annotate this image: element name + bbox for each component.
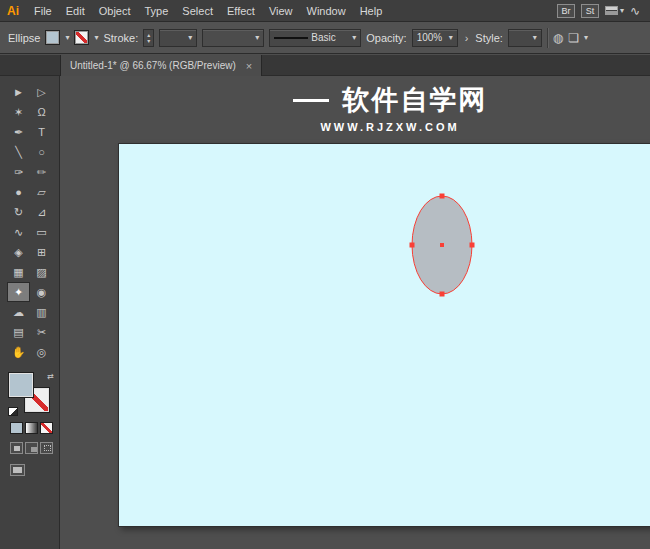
hand-tool[interactable]: ✋	[7, 342, 30, 362]
artboard[interactable]	[118, 143, 650, 527]
gradient-tool[interactable]: ▨	[30, 262, 53, 282]
document-tab[interactable]: Untitled-1* @ 66.67% (RGB/Preview) ×	[60, 55, 262, 76]
gradient-button[interactable]	[25, 422, 38, 434]
menu-object[interactable]: Object	[92, 0, 138, 22]
opacity-value: 100%	[417, 32, 443, 43]
scale-tool[interactable]: ⊿	[30, 202, 53, 222]
selection-tool[interactable]: ►	[7, 82, 30, 102]
zoom-tool[interactable]: ◎	[30, 342, 53, 362]
menu-view[interactable]: View	[262, 0, 300, 22]
opacity-panel-button[interactable]: ›	[463, 32, 471, 44]
opacity-select[interactable]: 100% ▾	[412, 29, 458, 47]
panel-layout-icon	[605, 6, 618, 15]
artboard-tool[interactable]: ▤	[7, 322, 30, 342]
style-select[interactable]: ▾	[508, 29, 542, 47]
app-logo: Ai	[0, 4, 27, 18]
brush-definition-select[interactable]: Basic ▾	[269, 29, 361, 47]
menu-select[interactable]: Select	[175, 0, 220, 22]
menu-type[interactable]: Type	[138, 0, 176, 22]
ellipse-tool[interactable]: ○	[30, 142, 53, 162]
document-tab-title: Untitled-1* @ 66.67% (RGB/Preview)	[70, 60, 236, 71]
menu-help[interactable]: Help	[353, 0, 390, 22]
slice-tool[interactable]: ✂	[30, 322, 53, 342]
magic-wand-tool[interactable]: ✶	[7, 102, 30, 122]
width-profile-select[interactable]: ▾	[202, 29, 264, 47]
blob-brush-tool[interactable]: ●	[7, 182, 30, 202]
none-button[interactable]	[40, 422, 53, 434]
menubar-right: Br St ▾ ∿	[557, 4, 650, 18]
stroke-color-swatch[interactable]	[74, 30, 89, 45]
stroke-weight-spinner[interactable]: ▴ ▾	[143, 29, 154, 47]
divider	[547, 28, 548, 48]
pencil-tool[interactable]: ✏	[30, 162, 53, 182]
canvas-area[interactable]: 软件自学网 WWW.RJZXW.COM	[60, 76, 650, 549]
lasso-tool[interactable]: Ω	[30, 102, 53, 122]
fill-caret-icon[interactable]: ▾	[65, 34, 69, 42]
chevron-down-icon: ▾	[352, 34, 356, 42]
eyedropper-tool[interactable]: ✦	[7, 282, 30, 302]
tools-grid: ►▷✶Ω✒T╲○✑✏●▱↻⊿∿▭◈⊞▦▨✦◉☁▥▤✂✋◎	[7, 82, 53, 362]
mesh-tool[interactable]: ▦	[7, 262, 30, 282]
chevron-down-icon: ▾	[188, 34, 192, 42]
illustrator-window: Ai FileEditObjectTypeSelectEffectViewWin…	[0, 0, 650, 549]
menu-edit[interactable]: Edit	[59, 0, 92, 22]
drawing-mode-buttons	[10, 442, 53, 454]
perspective-grid-tool[interactable]: ⊞	[30, 242, 53, 262]
chevron-down-icon: ▾	[620, 7, 624, 15]
watermark-dash	[293, 99, 329, 102]
control-bar: Ellipse ▾ ▾ Stroke: ▴ ▾ ▾ ▾ Basic ▾ Opac…	[0, 22, 650, 54]
direct-selection-tool[interactable]: ▷	[30, 82, 53, 102]
blend-tool[interactable]: ◉	[30, 282, 53, 302]
width-tool[interactable]: ∿	[7, 222, 30, 242]
chevron-down-icon: ▾	[533, 34, 537, 42]
column-graph-tool[interactable]: ▥	[30, 302, 53, 322]
fill-swatch[interactable]	[8, 372, 34, 398]
bridge-button[interactable]: Br	[557, 4, 575, 18]
draw-inside-button[interactable]	[40, 442, 53, 454]
menu-bar: Ai FileEditObjectTypeSelectEffectViewWin…	[0, 0, 650, 22]
recolor-artwork-icon[interactable]: ◍	[553, 31, 563, 45]
fill-color-swatch[interactable]	[45, 30, 60, 45]
watermark-url: WWW.RJZXW.COM	[180, 121, 600, 133]
screen-mode-button[interactable]	[10, 464, 25, 476]
stroke-caret-icon[interactable]: ▾	[94, 34, 98, 42]
style-label: Style:	[475, 32, 503, 44]
spinner-down-icon[interactable]: ▾	[147, 38, 150, 44]
stock-button[interactable]: St	[581, 4, 599, 18]
menu-window[interactable]: Window	[300, 0, 353, 22]
paintbrush-tool[interactable]: ✑	[7, 162, 30, 182]
close-icon[interactable]: ×	[246, 60, 252, 72]
default-fill-stroke-icon[interactable]	[8, 407, 18, 416]
panel-layout-button[interactable]: ▾	[605, 6, 624, 15]
stroke-label: Stroke:	[103, 32, 138, 44]
chevron-down-icon: ▾	[255, 34, 259, 42]
document-setup-icon[interactable]: ❏	[568, 31, 579, 45]
menu-file[interactable]: File	[27, 0, 59, 22]
menu-effect[interactable]: Effect	[220, 0, 262, 22]
tools-panel: ►▷✶Ω✒T╲○✑✏●▱↻⊿∿▭◈⊞▦▨✦◉☁▥▤✂✋◎ ⇄	[0, 76, 60, 549]
shape-builder-tool[interactable]: ◈	[7, 242, 30, 262]
type-tool[interactable]: T	[30, 122, 53, 142]
appearance-buttons	[10, 422, 53, 434]
fill-stroke-control: ⇄	[8, 372, 54, 416]
free-transform-tool[interactable]: ▭	[30, 222, 53, 242]
symbol-sprayer-tool[interactable]: ☁	[7, 302, 30, 322]
draw-normal-button[interactable]	[10, 442, 23, 454]
draw-behind-button[interactable]	[25, 442, 38, 454]
chevron-down-icon: ▾	[449, 34, 453, 42]
eraser-tool[interactable]: ▱	[30, 182, 53, 202]
color-button[interactable]	[10, 422, 23, 434]
menubar-menus: FileEditObjectTypeSelectEffectViewWindow…	[27, 0, 389, 21]
swap-fill-stroke-icon[interactable]: ⇄	[47, 372, 54, 381]
brush-name: Basic	[311, 32, 335, 43]
opacity-label: Opacity:	[366, 32, 406, 44]
signature-icon: ∿	[630, 4, 640, 18]
chevron-down-icon[interactable]: ▾	[584, 34, 588, 42]
watermark-title: 软件自学网	[343, 82, 488, 118]
stroke-weight-select[interactable]: ▾	[159, 29, 197, 47]
pen-tool[interactable]: ✒	[7, 122, 30, 142]
brush-stroke-preview	[274, 37, 308, 39]
tab-bar: Untitled-1* @ 66.67% (RGB/Preview) ×	[0, 55, 650, 76]
rotate-tool[interactable]: ↻	[7, 202, 30, 222]
line-segment-tool[interactable]: ╲	[7, 142, 30, 162]
